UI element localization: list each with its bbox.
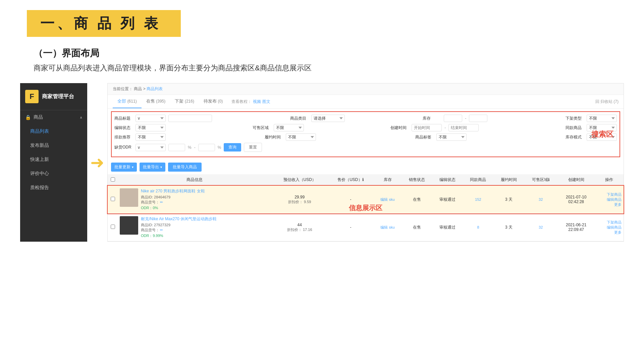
row1-select-checkbox[interactable] [111,197,115,201]
row2-edit-link[interactable]: 编辑商品 [597,225,622,230]
stock-mode-select[interactable]: 不限 [587,133,617,141]
sidebar: F 商家管理平台 🔒 商品 ∧ 商品列表 发布新品 快速上新 评价中心 质检报告 [20,83,87,242]
title-type-select[interactable]: v [136,115,166,122]
tab-all[interactable]: 全部 (611) [113,95,142,108]
row2-edit-goods-no-icon[interactable]: ✏ [160,228,163,232]
odr-min-input[interactable] [168,144,185,151]
col-ops: 操作 [595,174,624,186]
row1-odr: ODR：0% [141,205,205,210]
main-area: F 商家管理平台 🔒 商品 ∧ 商品列表 发布新品 快速上新 评价中心 质检报告… [20,83,624,242]
row2-goods-id: 商品ID: 27927329 [141,223,217,228]
row1-sku-link[interactable]: 编辑 sku [380,197,394,201]
edit-status-select[interactable]: 不限 [136,124,166,131]
tag-select[interactable]: 不限 [436,133,467,141]
row2-offsale-link[interactable]: 下架商品 [597,220,622,225]
row1-product-name[interactable]: Nike air 270 男鞋跑步鞋网面鞋 女鞋 [141,188,205,194]
arrow-container: ➜ [87,83,107,242]
sidebar-item-quick-new[interactable]: 快速上新 [20,153,87,167]
row1-edit-link[interactable]: 编辑商品 [597,197,622,202]
row1-fulfill-time: 3 天 [493,186,524,214]
row2-product-name[interactable]: 耐克/Nike Air Max270 休闲气垫运动跑步鞋 [141,216,217,222]
create-end-input[interactable] [448,124,479,131]
region-select[interactable]: 不限 [274,124,304,131]
row1-checkbox [108,186,118,214]
row2-similar: 8 [463,214,493,241]
similar-select[interactable]: 不限 [587,124,617,131]
search-area-wrapper: 商品标题 v 商品类目 请选择 库存 - [111,111,620,157]
section-description: 商家可从商品列表进入商品管理模块，界面分布主要分为商品搜索区&商品信息展示区 [34,63,624,73]
sidebar-logo: F 商家管理平台 [20,83,87,110]
row1-goods-id: 商品ID: 28464679 [141,195,205,200]
row1-sale-price: - [328,186,374,214]
tab-onsale[interactable]: 在售 (395) [142,95,170,108]
tutorial-text-link[interactable]: 图文 [262,99,270,105]
title-banner: 一、商 品 列 表 [27,10,181,37]
row1-sale-status: 在售 [401,186,432,214]
batch-export-button[interactable]: 批量导出 ▾ [140,163,165,172]
row1-edit-goods-no-icon[interactable]: ✏ [160,200,163,204]
fulfill-time-select[interactable]: 不限 [286,133,316,141]
sidebar-item-product-list[interactable]: 商品列表 [20,124,87,138]
row2-sku-link[interactable]: 编辑 sku [380,225,394,229]
offsale-type-select[interactable]: 不限 [587,115,617,122]
col-region: 可售区域ℹ [524,174,557,186]
row2-edit-status: 审核通过 [432,214,463,241]
tabs-bar: 全部 (611) 在售 (395) 下架 (216) 待发布 (0) 查看教程：… [108,95,624,109]
page-title: 一、商 品 列 表 [40,14,161,33]
sidebar-item-new-product[interactable]: 发布新品 [20,138,87,153]
batch-import-button[interactable]: 批量导入商品 [168,163,202,172]
row1-region-link[interactable]: 32 [539,197,543,201]
search-row-1: 商品标题 v 商品类目 请选择 库存 - [114,115,617,122]
create-start-input[interactable] [412,124,442,131]
row2-region: 32 [524,214,557,241]
odr-max-input[interactable] [198,144,215,151]
search-row-2: 编辑状态 不限 可售区域 不限 创建时间 - 同款商品 [114,124,617,131]
search-row-4: 缺货ODR v % - % 查询 重置 [114,143,617,152]
sidebar-item-quality-report[interactable]: 质检报告 [20,181,87,195]
search-button[interactable]: 查询 [224,143,241,152]
table-header-row: 商品信息 预估收入（USD） 售价（USD）ℹ 库存 销售状态 编辑状态 同款商… [108,174,624,186]
col-checkbox [108,174,118,186]
row1-revenue: 29.99 折扣价： 9.59 [272,186,328,214]
table-row: 耐克/Nike Air Max270 休闲气垫运动跑步鞋 商品ID: 27927… [108,214,624,241]
product-table-wrapper: 商品信息 预估收入（USD） 售价（USD）ℹ 库存 销售状态 编辑状态 同款商… [108,174,624,241]
recommend-select[interactable]: 不限 [136,133,166,141]
stock-min-input[interactable] [444,115,462,122]
category-select[interactable]: 请选择 [311,115,345,122]
col-product-info: 商品信息 [118,174,272,186]
logo-icon: F [25,90,39,103]
batch-update-button[interactable]: 批量更新 ▾ [111,163,137,172]
tab-pending[interactable]: 待发布 (0) [199,95,227,108]
return-station[interactable]: 回 归收站 (7) [595,99,619,105]
row1-more-link[interactable]: 更多 [597,202,622,207]
row2-odr: ODR：9.99% [141,233,217,238]
stock-max-input[interactable] [469,115,487,122]
col-revenue: 预估收入（USD） [272,174,328,186]
col-edit-status: 编辑状态 [432,174,463,186]
row1-similar-link[interactable]: 152 [475,197,481,201]
reset-button[interactable]: 重置 [244,143,262,152]
sidebar-section-goods[interactable]: 🔒 商品 ∧ [20,110,87,124]
tab-offsale[interactable]: 下架 (216) [170,95,199,108]
row2-product-image [120,216,138,235]
row2-select-checkbox[interactable] [111,225,115,229]
chevron-down-icon: ▾ [132,165,133,169]
tutorial-video-link[interactable]: 视频 [253,99,261,105]
title-input[interactable] [168,115,212,122]
odr-type-select[interactable]: v [136,144,166,151]
row1-offsale-link[interactable]: 下架商品 [597,192,622,197]
sidebar-item-review-center[interactable]: 评价中心 [20,167,87,181]
row2-sale-price: - [328,214,374,241]
row2-region-link[interactable]: 32 [539,225,543,229]
row2-ops: 下架商品 编辑商品 更多 [595,214,624,241]
row2-product-info: 耐克/Nike Air Max270 休闲气垫运动跑步鞋 商品ID: 27927… [118,214,272,241]
col-fulfill: 履约时间 [493,174,524,186]
select-all-checkbox[interactable] [111,177,115,182]
row2-revenue: 44 折扣价： 17.16 [272,214,328,241]
row2-similar-link[interactable]: 8 [477,225,479,229]
row2-sale-status: 在售 [401,214,432,241]
row1-edit-status: 审核通过 [432,186,463,214]
lock-icon: 🔒 [25,115,31,120]
row2-more-link[interactable]: 更多 [597,230,622,235]
right-arrow-icon: ➜ [90,154,104,171]
